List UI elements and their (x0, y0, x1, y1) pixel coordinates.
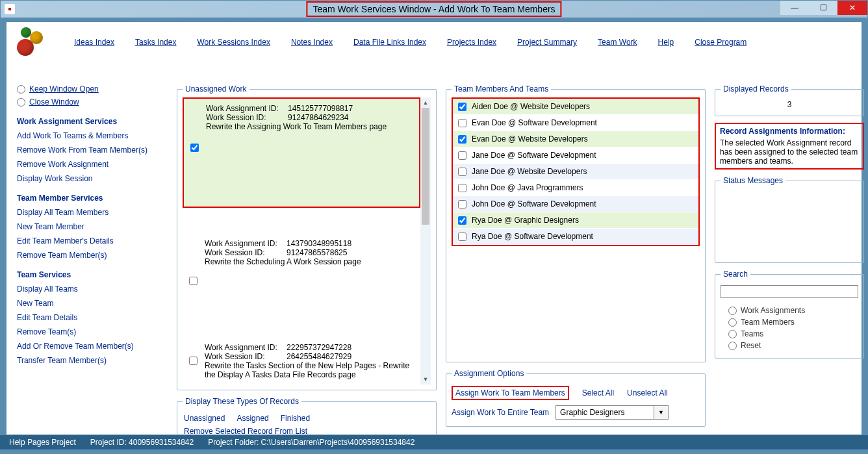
member-checkbox[interactable] (458, 184, 466, 192)
menu-project-summary[interactable]: Project Summary (517, 38, 577, 47)
team-select[interactable]: ▼ (555, 405, 669, 420)
menu-close-program[interactable]: Close Program (695, 38, 747, 47)
work-item-checkbox[interactable] (189, 344, 198, 377)
member-row[interactable]: John Doe @ Software Development (453, 196, 698, 212)
team-members: Team Members And Teams Aiden Doe @ Websi… (446, 84, 706, 362)
link-add-remove-member-team[interactable]: Add Or Remove Team Member(s) (17, 342, 168, 351)
label-assign-id: Work Assignment ID: (206, 104, 284, 113)
work-item-checkbox[interactable] (190, 105, 199, 190)
value-session-id: 91247864629234 (288, 113, 348, 122)
member-checkbox[interactable] (458, 135, 466, 144)
link-remove-team[interactable]: Remove Team(s) (17, 327, 168, 336)
member-row[interactable]: Rya Doe @ Graphic Designers (453, 212, 698, 229)
minimize-button[interactable]: — (780, 1, 809, 15)
value-assign-id: 145125777098817 (288, 104, 353, 113)
record-assignments-info: Record Assignments Information: The sele… (715, 123, 864, 170)
scroll-up-icon[interactable]: ▲ (420, 97, 431, 108)
select-all-button[interactable]: Select All (582, 388, 614, 397)
member-label: Jane Doe @ Website Developers (472, 167, 587, 176)
search-teams[interactable]: Teams (728, 329, 850, 338)
chevron-down-icon[interactable]: ▼ (654, 406, 668, 419)
filter-unassigned[interactable]: Unassigned (184, 414, 225, 423)
member-checkbox[interactable] (458, 233, 466, 241)
assign-to-team-button[interactable]: Assign Work To Entire Team (452, 408, 549, 417)
close-button[interactable]: ✕ (837, 1, 867, 15)
member-checkbox[interactable] (458, 168, 466, 176)
link-display-work-session[interactable]: Display Work Session (17, 174, 168, 183)
scroll-thumb[interactable] (422, 108, 429, 225)
link-display-all-teams[interactable]: Display All Teams (17, 284, 168, 294)
menu-projects[interactable]: Projects Index (447, 38, 496, 47)
sidebar: Keep Window Open Close Window Work Assig… (14, 84, 168, 427)
menu-work-sessions[interactable]: Work Sessions Index (197, 38, 270, 47)
link-transfer-member[interactable]: Transfer Team Member(s) (17, 356, 168, 365)
displayed-records: Displayed Records 3 (715, 84, 864, 116)
assign-to-members-button[interactable]: Assign Work To Team Members (452, 386, 569, 400)
search-team-members[interactable]: Team Members (728, 318, 850, 327)
unselect-all-button[interactable]: Unselect All (627, 388, 668, 397)
scroll-down-icon[interactable]: ▼ (420, 374, 431, 385)
radio-close-window[interactable]: Close Window (17, 97, 168, 107)
link-remove-work-assignment[interactable]: Remove Work Assignment (17, 160, 168, 169)
member-row[interactable]: Jane Doe @ Software Development (453, 147, 698, 164)
member-checkbox[interactable] (458, 103, 466, 111)
status-bar: Help Pages Project Project ID: 400956931… (0, 435, 868, 449)
menu-datafile-links[interactable]: Data File Links Index (353, 38, 426, 47)
menu-tasks[interactable]: Tasks Index (135, 38, 176, 47)
menu-ideas[interactable]: Ideas Index (74, 38, 114, 47)
title-bar: Team Work Services Window - Add Work To … (0, 0, 868, 18)
work-item[interactable]: Work Assignment ID:143790348995118 Work … (183, 234, 420, 338)
search-work-assignments[interactable]: Work Assignments (728, 306, 850, 315)
link-edit-member[interactable]: Edit Team Member's Details (17, 236, 168, 246)
filter-assigned[interactable]: Assigned (236, 414, 268, 423)
section-team-member: Team Member Services (17, 194, 168, 203)
section-team-services: Team Services (17, 270, 168, 279)
member-checkbox[interactable] (458, 151, 466, 160)
member-row[interactable]: Evan Doe @ Website Developers (453, 131, 698, 147)
link-edit-team[interactable]: Edit Team Details (17, 313, 168, 322)
link-new-team[interactable]: New Team (17, 299, 168, 308)
menu-help[interactable]: Help (658, 38, 674, 47)
work-item[interactable]: Work Assignment ID:222957372947228 Work … (183, 338, 420, 385)
app-frame: Ideas Index Tasks Index Work Sessions In… (6, 22, 862, 435)
status-messages: Status Messages (715, 176, 864, 263)
member-row[interactable]: John Doe @ Java Programmers (453, 180, 698, 196)
link-new-member[interactable]: New Team Member (17, 222, 168, 231)
work-item-desc: Rewrite the Scheduling A Work Session pa… (205, 257, 361, 266)
member-label: Aiden Doe @ Website Developers (472, 102, 590, 111)
menu-notes[interactable]: Notes Index (291, 38, 333, 47)
radio-keep-open[interactable]: Keep Window Open (17, 84, 168, 94)
search-input[interactable] (721, 285, 858, 298)
filter-finished[interactable]: Finished (281, 414, 310, 423)
scrollbar[interactable]: ▲ ▼ (420, 97, 431, 385)
work-item[interactable]: Work Assignment ID:145125777098817 Work … (183, 97, 420, 208)
displayed-records-count: 3 (721, 97, 858, 110)
work-item-desc: Rewrite the Tasks Section of the New Hel… (205, 361, 416, 379)
section-work-assignment: Work Assignment Services (17, 117, 168, 126)
member-row[interactable]: Evan Doe @ Software Development (453, 115, 698, 131)
link-remove-work-member[interactable]: Remove Work From Team Member(s) (17, 145, 168, 155)
link-display-all-members[interactable]: Display All Team Members (17, 208, 168, 217)
menu-team-work[interactable]: Team Work (598, 38, 637, 47)
unassigned-list: Work Assignment ID:145125777098817 Work … (183, 97, 431, 385)
member-checkbox[interactable] (458, 216, 466, 225)
member-checkbox[interactable] (458, 119, 466, 127)
logo-icon (14, 26, 47, 58)
java-icon (5, 4, 15, 14)
footer-project-folder: Project Folder: C:\Users\Darren\Projects… (208, 438, 415, 447)
link-remove-member[interactable]: Remove Team Member(s) (17, 251, 168, 260)
search-reset[interactable]: Reset (728, 341, 850, 350)
displayed-records-legend: Displayed Records (721, 84, 791, 94)
member-row[interactable]: Rya Doe @ Software Development (453, 229, 698, 245)
remove-selected-record[interactable]: Remove Selected Record From List (184, 427, 307, 436)
display-types-legend: Display These Types Of Records (183, 397, 301, 406)
work-item-checkbox[interactable] (189, 240, 198, 322)
member-row[interactable]: Aiden Doe @ Website Developers (453, 99, 698, 115)
maximize-button[interactable]: ☐ (809, 1, 837, 15)
team-select-input[interactable] (556, 406, 654, 419)
link-add-work[interactable]: Add Work To Teams & Members (17, 131, 168, 140)
member-label: Evan Doe @ Website Developers (472, 134, 588, 144)
status-legend: Status Messages (721, 176, 785, 185)
member-checkbox[interactable] (458, 200, 466, 208)
member-row[interactable]: Jane Doe @ Website Developers (453, 164, 698, 180)
